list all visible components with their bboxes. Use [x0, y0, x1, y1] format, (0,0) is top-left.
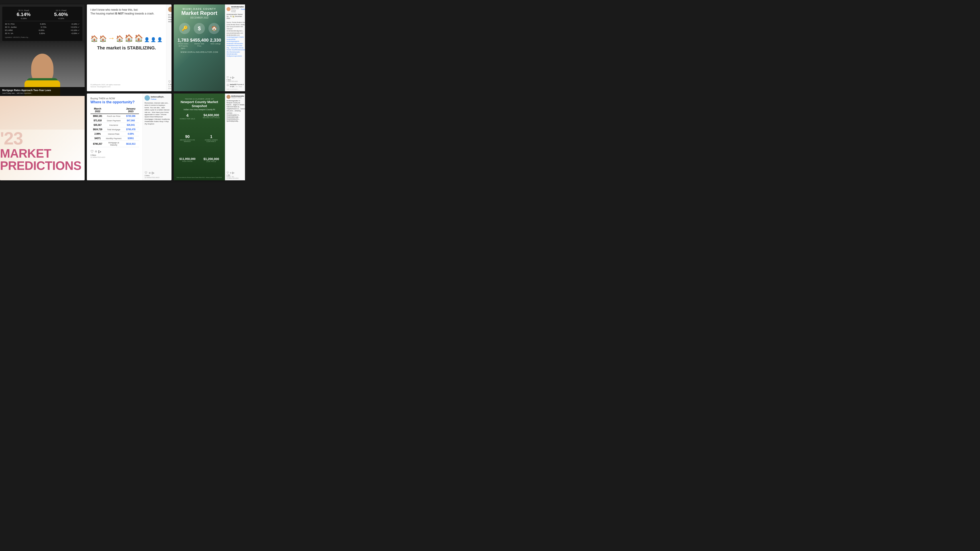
key-icon: 🔑 [179, 23, 190, 34]
col1-rate: 6.14% [17, 11, 30, 17]
housing-caption: the mai... slowly... worrie... help! #ho… [168, 14, 172, 79]
post-footer: ©ListReports 2023, all rights reserved S… [91, 84, 162, 88]
col1-label: 30 Yr. Fixed [17, 10, 30, 11]
closed-sales-value: 1,783 [178, 38, 189, 43]
housing-actions: ♡ ○ ▷ [168, 80, 172, 84]
miami-card: MIAMI-DADE COUNTY Market Report DECEMBER… [174, 5, 245, 91]
newport-card: TAKING A CLOSER LOOK AT Newport County M… [174, 94, 245, 180]
miami-username[interactable]: doralindarealtor [231, 6, 240, 8]
col2-rate: 5.40% [54, 11, 68, 17]
share-icon[interactable]: ▷ [152, 171, 154, 175]
buying-post-actions: ♡ ○ ▷ [91, 149, 139, 154]
col2-label: 15 Yr. Fixed [54, 10, 68, 11]
comment-icon[interactable]: ○ [149, 171, 151, 175]
buying-title: Where is the opportunity? [91, 100, 139, 104]
col2-change: -0.30% [54, 17, 68, 20]
housing-time: 11 MINUTES AGO [168, 86, 172, 89]
col-march: March 2022 [91, 106, 105, 114]
heart-icon[interactable]: ♡ [226, 171, 229, 174]
high-price-stat: $11,950,000 HIGH PRICE [177, 157, 199, 175]
stabilizing-text: The market is STABILIZING. [91, 45, 162, 51]
buying-sidebar: bettercallkyle_ Follow Remember, interes… [143, 94, 172, 180]
dollar-icon: $ [194, 23, 205, 34]
buying-sidebar-time: 22 MINUTES AGO [145, 176, 170, 179]
housing-likes: 2 likes [168, 84, 172, 86]
housing-illustration: 🏠 🏠 → 🏠 🏠 🏠 👤 👤 👤 [91, 20, 162, 42]
table-row: $960,181 Purch ice Price $720,596 [91, 114, 139, 118]
market-prediction-section: '23 MARKET PREDICTIONS [0, 96, 84, 180]
miami-title: Market Report [177, 10, 222, 16]
year-text: '23 [0, 130, 84, 148]
heart-icon[interactable]: ♡ [168, 80, 171, 84]
newport-title: Newport County Market Snapshot [177, 100, 222, 108]
buying-time: 22 MINUTES AGO [91, 156, 139, 158]
housing-market-card: I don't know who needs to hear this, but… [87, 5, 172, 91]
housing-sidebar: tyronse Austin, T... the mai... slowly..… [166, 5, 172, 91]
comments-section: barine53 Promote it on @f... 4m · Reply … [226, 83, 245, 90]
home-icon: 🏠 [208, 23, 220, 34]
newport-location: Newport County [231, 97, 245, 98]
buying-likes: 3 likes [91, 154, 139, 156]
add-comment-placeholder[interactable]: Add a comment... [226, 88, 245, 90]
comment-icon[interactable]: ○ [230, 171, 231, 174]
median-list-price-stat: $4,600,000 MEDIAN LIST PRICE [200, 113, 222, 133]
buying-caption: Remember, interest rates are... when it … [145, 102, 170, 170]
news-title: Mortgage Rates Approach Two-Year Lows [2, 89, 83, 92]
newport-area: Indian Ave Area Newport County RI [177, 108, 222, 111]
closed-sales-label: Closed SalesAll Propertytypes [178, 43, 189, 49]
share-icon[interactable]: ▷ [232, 171, 234, 174]
follow-button[interactable]: Follow [241, 8, 245, 10]
miami-stats: 1,783 Closed SalesAll Propertytypes $455… [177, 38, 222, 49]
miami-time: 4 MINUTES AGO [226, 81, 245, 82]
homes-under-contract-stat: 1 HOMES UNDER CONTRACT [200, 135, 222, 156]
newport-sidebar: kimflemingrealtor Newport County kimflem… [225, 94, 245, 180]
new-listings-label: New Listings [210, 43, 221, 45]
news-bar: Mortgage Rates Approach Two-Year Lows La… [0, 87, 84, 96]
miami-website: WWW.DORALINDAREALTOR.COM [177, 51, 222, 53]
table-row: $35,567 Insurance $26,941 [91, 123, 139, 127]
heart-icon[interactable]: ♡ [145, 171, 148, 175]
buying-follow-button[interactable]: Follow [151, 98, 156, 100]
new-listings-value: 2,330 [210, 38, 221, 43]
col-jan: January 2023 [123, 106, 139, 114]
col-label [105, 106, 123, 114]
newport-time: Edited · 9m [226, 176, 245, 178]
comment-icon[interactable]: ○ [230, 76, 231, 79]
buying-sidebar-likes: 3 likes [145, 175, 170, 176]
comment-text: barine53 Promote it on @f... 4m · Reply [230, 84, 245, 87]
share-icon[interactable]: ▷ [99, 149, 101, 154]
newport-username[interactable]: kimflemingrealtor [231, 95, 245, 97]
miami-likes: 4 likes [226, 79, 245, 81]
miami-sidebar: doralindarealtor Miami-Dade County, Flor… [225, 5, 245, 91]
low-price-stat: $1,200,000 LOW PRICE [200, 157, 222, 175]
buying-username[interactable]: bettercallkyle_ [151, 96, 165, 98]
newport-post: TAKING A CLOSER LOOK AT Newport County M… [174, 94, 225, 180]
newport-caption: kimflemingrealtor In Newport County we f… [226, 100, 245, 170]
miami-post: MIAMI-DADE COUNTY Market Report DECEMBER… [174, 5, 225, 91]
housing-post-text: I don't know who needs to hear this, but… [91, 8, 162, 16]
left-card: 30 Yr. Fixed 6.14% -0.06% 15 Yr. Fixed 5… [0, 5, 84, 180]
newport-stats-grid: 4 HOMES FOR SALE $4,600,000 MEDIAN LIST … [177, 113, 222, 175]
comment-icon[interactable]: ○ [95, 149, 97, 154]
buying-header: Buying THEN vs NOW [91, 97, 139, 100]
table-row: $4371 Monthly Payment $3951 [91, 136, 139, 141]
newport-likes: 1 like [226, 174, 245, 176]
market-text: MARKET [0, 148, 84, 160]
heart-icon[interactable]: ♡ [226, 76, 229, 79]
table-row: 2.99% Interest Rate 4.69% [91, 132, 139, 136]
median-price-label: Median SalePrice [190, 43, 208, 47]
miami-date: DECEMBER 2022 [177, 16, 222, 19]
table-row: $790,257 Mortgage at Maturity $616,913 [91, 141, 139, 147]
reply-link[interactable]: 4m · Reply [236, 86, 242, 87]
miami-title-section: MIAMI-DADE COUNTY Market Report DECEMBER… [177, 8, 222, 19]
housing-avatar [168, 7, 172, 12]
miami-avatar [226, 7, 231, 11]
miami-caption: doralindarealtor Market Up... FL 🏡 Decem… [226, 13, 245, 75]
miami-location: Miami-Dade County, Florida [231, 8, 240, 13]
news-body: Last Friday was... with two important... [2, 92, 83, 94]
heart-icon[interactable]: ♡ [91, 149, 94, 154]
mortgage-section: 30 Yr. Fixed 6.14% -0.06% 15 Yr. Fixed 5… [0, 5, 84, 96]
homes-for-sale-stat: 4 HOMES FOR SALE [177, 113, 199, 133]
buying-avatar [145, 95, 150, 101]
share-icon[interactable]: ▷ [232, 76, 234, 79]
